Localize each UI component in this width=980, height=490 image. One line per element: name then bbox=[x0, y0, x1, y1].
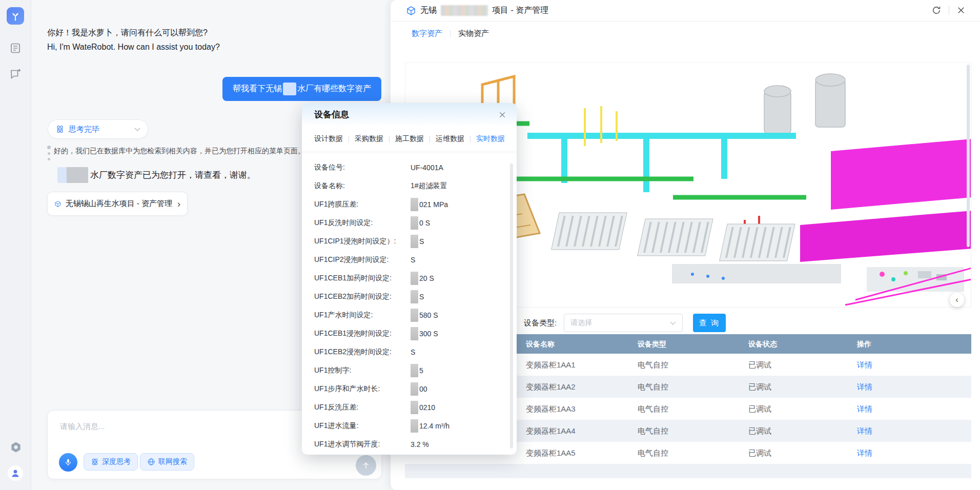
table-cell: 已调试 bbox=[748, 420, 771, 442]
assistant-greeting: 你好！我是水萝卜，请问有什么可以帮到您? Hi, I'm WateRobot. … bbox=[47, 26, 220, 54]
modal-row-value: 20 S bbox=[411, 272, 434, 285]
waterobot-logo-icon[interactable] bbox=[7, 7, 24, 25]
col-device-type: 设备类型 bbox=[638, 334, 666, 354]
modal-body: 设备位号:UF-4001A设备名称:1#超滤装置UF1跨膜压差:021 MPaU… bbox=[302, 158, 517, 454]
redacted-value-block bbox=[411, 290, 418, 303]
modal-row-label: UF1跨膜压差: bbox=[314, 200, 411, 209]
modal-row-label: UF1进水调节阀开度: bbox=[314, 440, 411, 449]
modal-row-label: UF1CIP2浸泡时间设定: bbox=[314, 255, 411, 264]
web-search-label: 联网搜索 bbox=[158, 457, 187, 466]
table-cell: 变频器柜1AA3 bbox=[526, 398, 576, 420]
redacted-value-block bbox=[411, 364, 418, 377]
atom-icon bbox=[91, 458, 99, 466]
table-cell: 已调试 bbox=[748, 354, 771, 376]
modal-row-value: S bbox=[411, 348, 415, 356]
tab-divider bbox=[349, 136, 349, 142]
tab-divider bbox=[389, 136, 390, 142]
project-link-label: 无锡锡山再生水项目 - 资产管理 bbox=[66, 199, 172, 209]
modal-row: UF1CEB1浸泡时间设定:300 S bbox=[302, 324, 517, 343]
modal-row: UF1进水调节阀开度:3.2 % bbox=[302, 435, 517, 454]
chevron-left-icon: ‹ bbox=[955, 295, 958, 304]
new-chat-icon[interactable] bbox=[9, 68, 22, 80]
modal-row: UF1CEB2加药时间设定:S bbox=[302, 288, 517, 306]
user-avatar[interactable] bbox=[8, 465, 23, 481]
modal-row-label: UF1CEB2浸泡时间设定: bbox=[314, 348, 411, 357]
deep-think-chip[interactable]: 深度思考 bbox=[84, 453, 138, 471]
table-cell: 电气自控 bbox=[638, 398, 668, 420]
modal-row-value: 00 bbox=[411, 382, 427, 396]
query-button[interactable]: 查 询 bbox=[693, 314, 726, 332]
modal-row-value: 5 bbox=[411, 364, 423, 377]
tab-physical-assets[interactable]: 实物资产 bbox=[458, 29, 489, 38]
collapse-button[interactable]: ‹ bbox=[950, 293, 964, 307]
table-cell: 变频器柜1AA2 bbox=[526, 376, 576, 398]
greeting-zh: 你好！我是水萝卜，请问有什么可以帮到您? bbox=[47, 26, 220, 40]
modal-row: UF1CEB1加药时间设定:20 S bbox=[302, 269, 517, 288]
mic-button[interactable] bbox=[59, 453, 77, 472]
close-icon[interactable] bbox=[956, 6, 966, 15]
detail-link[interactable]: 详情 bbox=[857, 398, 872, 420]
modal-row-label: UF1反洗时间设定: bbox=[314, 218, 411, 228]
tab-realtime-data[interactable]: 实时数据 bbox=[476, 134, 505, 144]
table-cell: 已调试 bbox=[748, 376, 771, 398]
header-divider bbox=[949, 6, 949, 15]
modal-row-value: 0210 bbox=[411, 401, 435, 414]
modal-row: UF1CIP2浸泡时间设定:S bbox=[302, 251, 517, 269]
table-cell: 电气自控 bbox=[638, 376, 668, 398]
sprout-icon bbox=[10, 10, 21, 22]
redacted-text-block bbox=[57, 167, 88, 183]
modal-row: 设备名称:1#超滤装置 bbox=[302, 177, 517, 195]
modal-row-label: UF1产水时间设定: bbox=[314, 311, 411, 320]
settings-gear-icon[interactable] bbox=[9, 441, 22, 453]
tab-digital-assets[interactable]: 数字资产 bbox=[412, 29, 442, 38]
user-message-bubble: 帮我看下无锡 水厂有哪些数字资产 bbox=[222, 77, 381, 101]
deep-think-label: 深度思考 bbox=[102, 457, 131, 466]
modal-row: UF1控制字:5 bbox=[302, 361, 517, 380]
modal-row-label: UF1步序和产水时长: bbox=[314, 384, 411, 394]
modal-scrollbar[interactable] bbox=[510, 164, 513, 448]
tab-design-data[interactable]: 设计数据 bbox=[314, 134, 343, 144]
modal-row-label: UF1CIP1浸泡时间设定）: bbox=[314, 237, 411, 246]
tab-construction-data[interactable]: 施工数据 bbox=[395, 134, 424, 144]
modal-row: 设备位号:UF-4001A bbox=[302, 158, 517, 177]
modal-row-label: UF1控制字: bbox=[314, 366, 411, 375]
close-icon[interactable] bbox=[496, 109, 508, 121]
modal-row-value: S bbox=[411, 235, 424, 248]
table-cell: 已调试 bbox=[748, 442, 771, 464]
modal-tabs: 设计数据 采购数据 施工数据 运维数据 实时数据 bbox=[314, 134, 505, 144]
modal-row: UF1CEB2浸泡时间设定:S bbox=[302, 343, 517, 361]
detail-link[interactable]: 详情 bbox=[857, 376, 872, 398]
detail-link[interactable]: 详情 bbox=[857, 420, 872, 442]
refresh-icon[interactable] bbox=[931, 5, 942, 15]
user-message-suffix: 水厂有哪些数字资产 bbox=[297, 84, 371, 94]
tab-operation-data[interactable]: 运维数据 bbox=[436, 134, 464, 144]
panel-header-actions bbox=[931, 5, 966, 15]
thinking-status-pill[interactable]: 思考完毕 bbox=[48, 119, 148, 139]
modal-row-label: UF1CEB1浸泡时间设定: bbox=[314, 329, 411, 338]
col-device-name: 设备名称 bbox=[526, 334, 555, 354]
project-link-card[interactable]: 无锡锡山再生水项目 - 资产管理 › bbox=[47, 192, 188, 216]
col-actions: 操作 bbox=[857, 334, 871, 354]
modal-row-value: 12.4 m³/h bbox=[411, 419, 450, 433]
device-type-select[interactable]: 请选择 bbox=[564, 314, 683, 332]
modal-row: UF1反洗时间设定:0 S bbox=[302, 214, 517, 232]
tab-procurement-data[interactable]: 采购数据 bbox=[355, 134, 383, 144]
panel-scrollbar[interactable] bbox=[967, 65, 970, 247]
history-list-icon[interactable] bbox=[9, 42, 22, 54]
cube-icon bbox=[54, 199, 62, 209]
timeline-dots bbox=[47, 146, 51, 160]
modal-row: UF1产水时间设定:580 S bbox=[302, 306, 517, 324]
web-search-chip[interactable]: 联网搜索 bbox=[140, 453, 194, 471]
chevron-down-icon bbox=[670, 321, 676, 325]
send-button[interactable] bbox=[356, 455, 376, 476]
panel-title-prefix: 无锡 bbox=[420, 5, 437, 16]
modal-row-label: UF1CEB2加药时间设定: bbox=[314, 292, 411, 301]
arrow-up-icon bbox=[361, 461, 371, 470]
modal-row-value: S bbox=[411, 256, 415, 264]
detail-link[interactable]: 详情 bbox=[857, 354, 872, 376]
redacted-value-block bbox=[411, 327, 418, 340]
modal-row-label: UF1进水流量: bbox=[314, 421, 411, 431]
modal-row-value: 580 S bbox=[411, 309, 438, 322]
asset-tabs: 数字资产 实物资产 bbox=[412, 29, 489, 38]
detail-link[interactable]: 详情 bbox=[857, 442, 872, 464]
